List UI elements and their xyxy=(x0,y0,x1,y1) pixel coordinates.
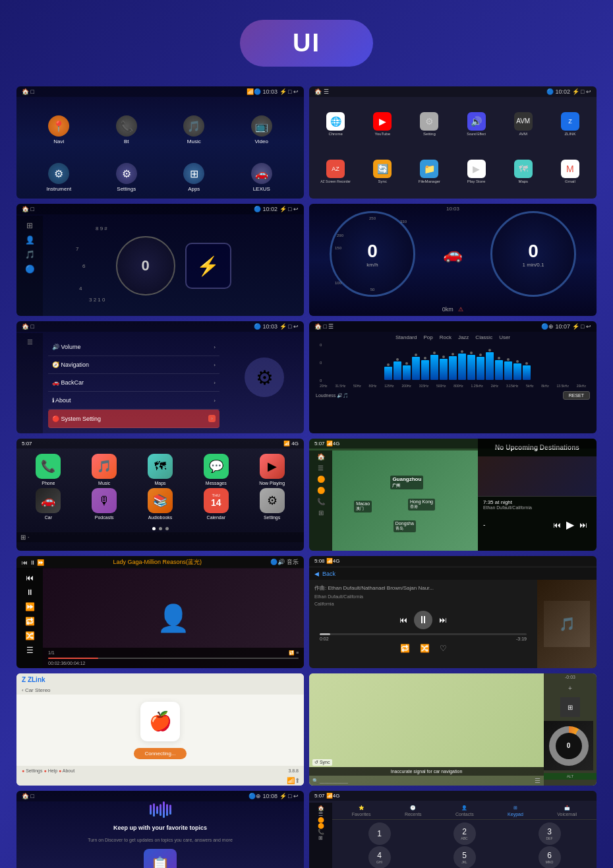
dial-circle[interactable]: 0 xyxy=(116,236,175,295)
statusbar-1: 🏠 □ 📶🔵 10:03 ⚡ □ ↩ xyxy=(16,86,304,97)
backcar-menu-item[interactable]: 🚗 BackCar › xyxy=(48,374,219,392)
phone-app[interactable]: 📞 Phone xyxy=(22,454,75,485)
filemanager-app[interactable]: 📁 FileManager xyxy=(407,149,452,195)
screen-video-player[interactable]: ⏮ ⏸ ⏩ Lady Gaga-Million Reasons(蓝光) 🔵🔊 音… xyxy=(16,556,304,668)
car-stereo-label: ‹ Car Stereo xyxy=(16,686,304,695)
zlink-footer: ● Settings ● Help ● About 3.8.8 xyxy=(16,766,304,776)
video-time-info: 00:02:36/00:04:12 xyxy=(48,661,299,666)
key-5[interactable]: 5JKL xyxy=(453,846,476,868)
recents-tab[interactable]: 🕐Recents xyxy=(405,805,422,817)
lexus-icon[interactable]: 🚗 LEXUS xyxy=(229,163,295,192)
podcasts-app[interactable]: 🎙 Podcasts xyxy=(78,488,131,520)
screen-dial[interactable]: 🏠 □ 🔵 10:02 ⚡ □ ↩ ⊞ 👤 🎵 🔵 8 9 # 6 3 2 1 … xyxy=(16,204,304,316)
key-6[interactable]: 6MNO xyxy=(539,846,561,868)
shuffle-music-btn[interactable]: 🔀 xyxy=(420,644,430,653)
zlink-about-link[interactable]: About xyxy=(63,768,74,773)
screen-settings-menu[interactable]: 🏠 □ 🔵 10:03 ⚡ □ ↩ ☰ 🔊 Volume › 🧭 Navigat… xyxy=(16,321,304,433)
ui-badge: UI xyxy=(240,20,373,67)
prev-track-btn[interactable]: ⏮ xyxy=(399,615,407,625)
volume-menu-item[interactable]: 🔊 Volume › xyxy=(48,338,219,356)
zlink-help-link[interactable]: Help xyxy=(48,768,57,773)
phone-content: ⭐Favorites 🕐Recents 👤Contacts ⊞Keypad 📩V… xyxy=(332,803,597,868)
maps-app[interactable]: 🗺 Maps xyxy=(134,454,187,485)
navigation-menu-item[interactable]: 🧭 Navigation › xyxy=(48,356,219,374)
settings-icon[interactable]: ⚙ Settings xyxy=(94,163,160,192)
messages-app[interactable]: 💬 Messages xyxy=(189,454,243,485)
rewind-btn[interactable]: ⏮ xyxy=(26,573,34,582)
back-button[interactable]: ◀ Back xyxy=(309,568,597,580)
next-track-btn[interactable]: ⏭ xyxy=(439,615,447,625)
screen-zlink[interactable]: Z ZLink ‹ Car Stereo 🍎 Connecting... ● S… xyxy=(16,673,304,786)
playstore-app[interactable]: ▶ Play Store xyxy=(453,149,498,195)
car-middle: 🚗 xyxy=(443,245,463,263)
azscreen-app[interactable]: AZ AZ Screen Recorder xyxy=(313,149,358,195)
menu-btn[interactable]: ☰ xyxy=(26,646,34,655)
favorites-tab[interactable]: ⭐Favorites xyxy=(352,805,371,817)
chrome-app[interactable]: 🌐 Chrome xyxy=(313,101,358,147)
avm-app[interactable]: AVM AVM xyxy=(501,101,546,147)
settings-carplay-app[interactable]: ⚙ Settings xyxy=(245,488,299,520)
contacts-tab[interactable]: 👤Contacts xyxy=(455,805,474,817)
apps-icon[interactable]: ⊞ Apps xyxy=(161,163,227,192)
play-button[interactable]: ▶ xyxy=(566,518,574,531)
screen-gps-map[interactable]: ↺ Sync Inaccurate signal for car navigat… xyxy=(309,673,597,786)
sound-effect-app[interactable]: 🔊 Sound Effect xyxy=(453,101,498,147)
album-art-thumb: 🎵 xyxy=(537,580,597,668)
video-progress-bar[interactable] xyxy=(48,658,299,659)
about-menu-item[interactable]: ℹ About › xyxy=(48,392,219,410)
phone-sidebar: 🏠 ☰ 🟠 🟠 📞 ⊞ xyxy=(309,803,332,868)
prev-button[interactable]: ⏮ xyxy=(553,520,561,530)
screen-phone-keypad[interactable]: 5:07 📶4G 🏠 ☰ 🟠 🟠 📞 ⊞ ⭐Favorites 🕐Recents… xyxy=(309,791,597,868)
key-2[interactable]: 2ABC xyxy=(453,822,476,845)
zlink-app[interactable]: Z ZLINK xyxy=(548,101,593,147)
navi-icon[interactable]: 📍 Navi xyxy=(26,104,92,156)
reset-button[interactable]: RESET xyxy=(563,391,590,400)
home-icon: 🏠 □ xyxy=(22,88,34,95)
instrument-icon[interactable]: ⚙ Instrument xyxy=(26,163,92,192)
shuffle-btn[interactable]: 🔀 xyxy=(25,631,35,640)
keypad-tab[interactable]: ⊞Keypad xyxy=(508,805,523,817)
video-icon[interactable]: 📺 Video xyxy=(229,104,295,156)
favorite-btn[interactable]: ♡ xyxy=(440,644,447,653)
setting-app[interactable]: ⚙ Setting xyxy=(407,101,452,147)
statusbar-8: 5:07 📶4G xyxy=(309,439,597,449)
zlink-connect-content: 🍎 Connecting... xyxy=(16,695,304,766)
screen-map-destinations[interactable]: 5:07 📶4G 🏠 ☰ 🟠 🟠 📞 ⊞ Guangzhou广州 Macao澳门… xyxy=(309,439,597,551)
audiobooks-app[interactable]: 📚 Audiobooks xyxy=(134,488,187,520)
loop-btn[interactable]: 🔁 xyxy=(25,617,35,626)
screen-discover[interactable]: 🏠 □ 🔵⊕ 10:08 ⚡ □ ↩ Keep up with your fav… xyxy=(16,791,304,868)
calendar-app[interactable]: THU 14 Calendar xyxy=(189,488,243,520)
system-setting-menu-item[interactable]: 🔴 System Setting › xyxy=(48,410,219,428)
pause-track-btn[interactable]: ⏸ xyxy=(414,611,432,629)
map-sidebar: 🏠 ☰ 🟠 🟠 📞 ⊞ xyxy=(309,450,332,551)
car-app[interactable]: 🚗 Car xyxy=(22,488,75,520)
bt-icon[interactable]: 📞 Bt xyxy=(94,104,160,156)
nowplaying-app[interactable]: ▶ Now Playing xyxy=(245,454,299,485)
screen-navi-menu[interactable]: 🏠 □ 📶🔵 10:03 ⚡ □ ↩ 📍 Navi 📞 Bt 🎵 Music 📺… xyxy=(16,86,304,199)
zlink-settings-link[interactable]: Settings xyxy=(26,768,42,773)
music-icon[interactable]: 🎵 Music xyxy=(161,104,227,156)
gmail-app[interactable]: M Gmail xyxy=(548,149,593,195)
youtube-app[interactable]: ▶ YouTube xyxy=(360,101,405,147)
statusbar-6: 🏠 □ ☰ 🔵⊕ 10:07 ⚡ □ ↩ xyxy=(309,321,597,332)
statusbar-2: 🏠 ☰ 🔵 10:02 ⚡ □ ↩ xyxy=(309,86,597,97)
screen-carplay-home[interactable]: 5:07 📶 4G 📞 Phone 🎵 Music 🗺 Maps 💬 Messa… xyxy=(16,439,304,551)
music-app[interactable]: 🎵 Music xyxy=(78,454,131,485)
key-1[interactable]: 1 xyxy=(368,822,391,845)
key-3[interactable]: 3DEF xyxy=(539,822,561,845)
repeat-btn[interactable]: 🔁 xyxy=(400,644,410,653)
key-4[interactable]: 4GHI xyxy=(368,846,391,868)
screen-carplay-music[interactable]: 5:08 📶4G ◀ Back 作曲: Ethan Dufault/Nathan… xyxy=(309,556,597,668)
connecting-button[interactable]: Connecting... xyxy=(134,748,186,759)
ff-btn[interactable]: ⏩ xyxy=(25,602,35,611)
music-progress-bar[interactable] xyxy=(320,633,527,635)
pause-btn[interactable]: ⏸ xyxy=(26,588,34,597)
statusbar-9: ⏮ ⏸ ⏩ Lady Gaga-Million Reasons(蓝光) 🔵🔊 音… xyxy=(16,556,304,569)
screen-app-grid[interactable]: 🏠 ☰ 🔵 10:02 ⚡ □ ↩ 🌐 Chrome ▶ YouTube ⚙ S… xyxy=(309,86,597,199)
screen-equalizer[interactable]: 🏠 □ ☰ 🔵⊕ 10:07 ⚡ □ ↩ StandardPopRockJazz… xyxy=(309,321,597,433)
voicemail-tab[interactable]: 📩Voicemail xyxy=(557,805,577,817)
maps-app[interactable]: 🗺 Maps xyxy=(501,149,546,195)
sync-app[interactable]: 🔄 Sync xyxy=(360,149,405,195)
next-button[interactable]: ⏭ xyxy=(579,520,587,530)
keep-up-title: Keep up with your favorite topics xyxy=(113,824,207,831)
